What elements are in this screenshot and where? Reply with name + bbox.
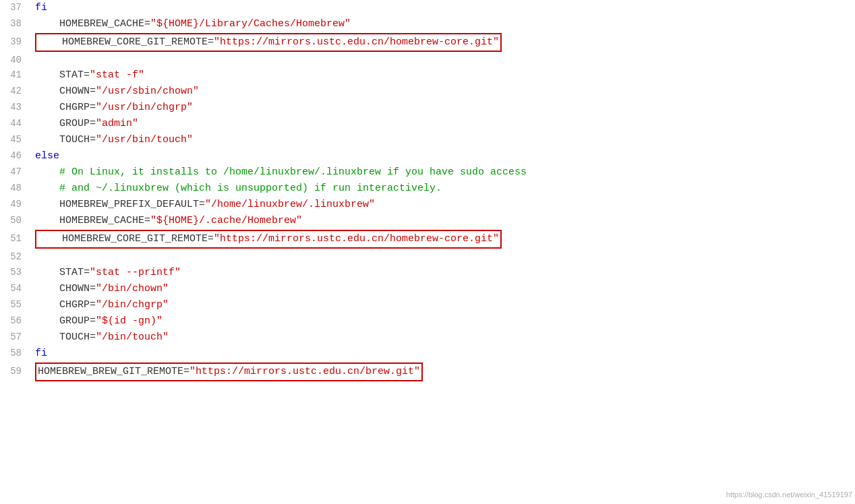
line-number: 48 <box>0 181 32 195</box>
code-part: "https://mirrors.ustc.edu.cn/brew.git" <box>189 366 420 377</box>
code-part: "https://mirrors.ustc.edu.cn/homebrew-co… <box>214 233 499 245</box>
code-part: "/usr/sbin/chown" <box>96 86 199 97</box>
highlighted-line: HOMEBREW_BREW_GIT_REMOTE="https://mirror… <box>35 363 423 381</box>
code-part: CHOWN= <box>35 86 96 97</box>
code-line: 48 # and ~/.linuxbrew (which is unsuppor… <box>0 181 855 197</box>
code-line: 56 GROUP="$(id -gn)" <box>0 313 855 329</box>
line-content: GROUP="$(id -gn)" <box>32 313 855 329</box>
line-number: 44 <box>0 116 32 131</box>
code-part: CHOWN= <box>35 283 96 294</box>
line-number: 40 <box>0 53 32 67</box>
line-number: 45 <box>0 132 32 147</box>
line-number: 47 <box>0 164 32 179</box>
code-part: "${HOME}/.cache/Homebrew" <box>150 215 302 226</box>
code-line: 54 CHOWN="/bin/chown" <box>0 281 855 297</box>
line-number: 38 <box>0 16 32 31</box>
line-number: 37 <box>0 0 32 15</box>
line-content: CHOWN="/bin/chown" <box>32 281 855 297</box>
code-part: "/bin/chown" <box>96 283 169 294</box>
line-content: HOMEBREW_PREFIX_DEFAULT="/home/linuxbrew… <box>32 197 855 213</box>
code-container: 37fi38 HOMEBREW_CACHE="${HOME}/Library/C… <box>0 0 855 504</box>
code-part: # and ~/.linuxbrew (which is unsupported… <box>35 183 442 194</box>
code-part: HOMEBREW_BREW_GIT_REMOTE= <box>38 366 189 377</box>
code-part: "/home/linuxbrew/.linuxbrew" <box>205 199 375 210</box>
line-number: 43 <box>0 100 32 115</box>
line-number: 54 <box>0 281 32 296</box>
line-number: 53 <box>0 265 32 280</box>
code-line: 41 STAT="stat -f" <box>0 67 855 84</box>
code-part: GROUP= <box>35 315 96 327</box>
line-number: 52 <box>0 249 32 264</box>
code-part: TOUCH= <box>35 332 96 343</box>
line-content: HOMEBREW_CACHE="${HOME}/Library/Caches/H… <box>32 16 855 32</box>
code-part: CHGRP= <box>35 102 96 113</box>
code-part: # On Linux, it installs to /home/linuxbr… <box>35 166 527 178</box>
code-line: 46else <box>0 148 855 164</box>
line-content: else <box>32 148 855 164</box>
line-content: STAT="stat --printf" <box>32 265 855 281</box>
code-part: GROUP= <box>35 118 96 129</box>
line-content: # and ~/.linuxbrew (which is unsupported… <box>32 181 855 197</box>
line-number: 46 <box>0 148 32 163</box>
code-part: HOMEBREW_CORE_GIT_REMOTE= <box>38 233 214 245</box>
line-content: TOUCH="/bin/touch" <box>32 329 855 346</box>
line-number: 50 <box>0 213 32 228</box>
line-content: HOMEBREW_CACHE="${HOME}/.cache/Homebrew" <box>32 213 855 229</box>
line-number: 51 <box>0 231 32 246</box>
code-part: "stat --printf" <box>90 267 181 278</box>
code-part: "stat -f" <box>90 69 144 81</box>
code-part: TOUCH= <box>35 134 96 146</box>
highlighted-line: HOMEBREW_CORE_GIT_REMOTE="https://mirror… <box>35 230 502 249</box>
code-line: 49 HOMEBREW_PREFIX_DEFAULT="/home/linuxb… <box>0 197 855 213</box>
code-part: "/usr/bin/chgrp" <box>96 102 193 113</box>
code-part: "/usr/bin/touch" <box>96 134 193 146</box>
line-content: CHGRP="/usr/bin/chgrp" <box>32 100 855 116</box>
code-line: 43 CHGRP="/usr/bin/chgrp" <box>0 100 855 116</box>
line-content: fi <box>32 0 855 16</box>
code-line: 40 <box>0 53 855 67</box>
code-part: "https://mirrors.ustc.edu.cn/homebrew-co… <box>214 36 499 48</box>
line-content: STAT="stat -f" <box>32 67 855 84</box>
watermark: https://blog.csdn.net/weixin_41519197 <box>726 489 852 501</box>
code-line: 42 CHOWN="/usr/sbin/chown" <box>0 84 855 100</box>
line-content: HOMEBREW_CORE_GIT_REMOTE="https://mirror… <box>32 229 855 249</box>
code-line: 39 HOMEBREW_CORE_GIT_REMOTE="https://mir… <box>0 32 855 53</box>
code-part: "admin" <box>96 118 138 129</box>
code-line: 59HOMEBREW_BREW_GIT_REMOTE="https://mirr… <box>0 362 855 382</box>
line-number: 57 <box>0 329 32 344</box>
code-part: fi <box>35 2 47 13</box>
line-content: # On Linux, it installs to /home/linuxbr… <box>32 164 855 181</box>
code-line: 37fi <box>0 0 855 16</box>
line-number: 55 <box>0 297 32 312</box>
line-number: 59 <box>0 364 32 379</box>
code-line: 38 HOMEBREW_CACHE="${HOME}/Library/Cache… <box>0 16 855 32</box>
code-part: HOMEBREW_CORE_GIT_REMOTE= <box>38 36 214 48</box>
line-content: CHOWN="/usr/sbin/chown" <box>32 84 855 100</box>
code-part: STAT= <box>35 69 90 81</box>
code-part: HOMEBREW_CACHE= <box>35 18 150 30</box>
code-part: "/bin/chgrp" <box>96 299 169 311</box>
code-part: "$(id -gn)" <box>96 315 163 327</box>
line-content: HOMEBREW_BREW_GIT_REMOTE="https://mirror… <box>32 362 855 382</box>
line-content: TOUCH="/usr/bin/touch" <box>32 132 855 148</box>
code-line: 55 CHGRP="/bin/chgrp" <box>0 297 855 313</box>
line-number: 58 <box>0 346 32 360</box>
code-line: 58fi <box>0 346 855 362</box>
line-number: 41 <box>0 67 32 82</box>
line-number: 39 <box>0 34 32 49</box>
line-content: CHGRP="/bin/chgrp" <box>32 297 855 313</box>
code-line: 44 GROUP="admin" <box>0 116 855 132</box>
code-line: 47 # On Linux, it installs to /home/linu… <box>0 164 855 181</box>
line-number: 49 <box>0 197 32 212</box>
code-line: 53 STAT="stat --printf" <box>0 265 855 281</box>
code-part: CHGRP= <box>35 299 96 311</box>
code-line: 45 TOUCH="/usr/bin/touch" <box>0 132 855 148</box>
code-line: 57 TOUCH="/bin/touch" <box>0 329 855 346</box>
line-content: GROUP="admin" <box>32 116 855 132</box>
code-part: fi <box>35 348 47 359</box>
code-part: "/bin/touch" <box>96 332 169 343</box>
code-part: HOMEBREW_CACHE= <box>35 215 150 226</box>
code-part: "${HOME}/Library/Caches/Homebrew" <box>150 18 351 30</box>
line-number: 56 <box>0 313 32 328</box>
code-line: 52 <box>0 249 855 264</box>
